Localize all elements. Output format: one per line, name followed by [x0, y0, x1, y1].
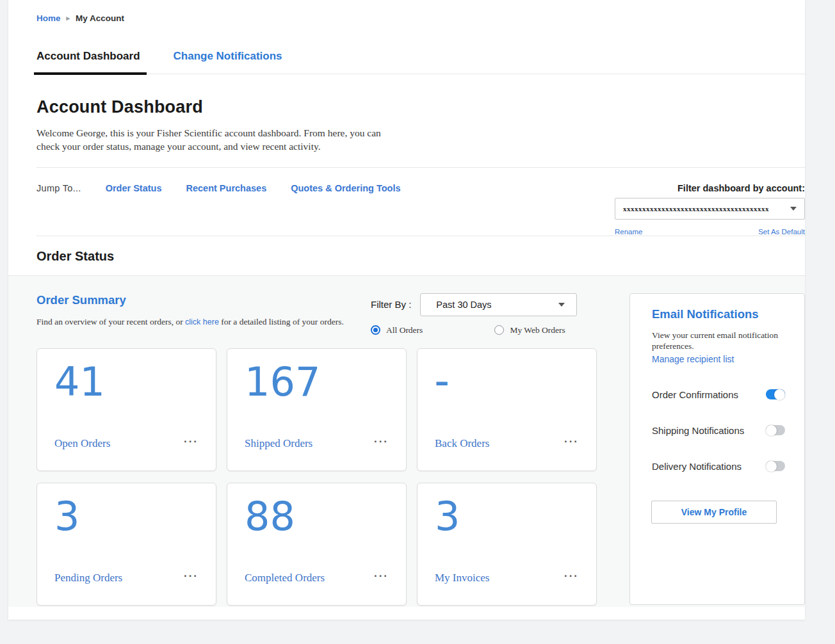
card-my-invoices: 3 My Invoices ··· — [417, 483, 597, 606]
chevron-down-icon — [790, 207, 797, 211]
account-select[interactable]: xxxxxxxxxxxxxxxxxxxxxxxxxxxxxxxxxxxxxx — [615, 198, 805, 220]
radio-my-web-orders-label: My Web Orders — [510, 325, 565, 335]
order-confirmations-toggle[interactable] — [766, 389, 785, 399]
jump-to-label: Jump To... — [36, 183, 81, 193]
jump-to-nav: Jump To... Order Status Recent Purchases… — [36, 183, 401, 193]
card-menu-icon[interactable]: ··· — [374, 439, 389, 449]
radio-all-orders-label: All Orders — [386, 325, 423, 335]
view-my-profile-button[interactable]: View My Profile — [651, 501, 777, 524]
shipping-notifications-toggle[interactable] — [766, 425, 785, 435]
shipping-notifications-label: Shipping Notifications — [652, 425, 744, 436]
jump-filter-row: Jump To... Order Status Recent Purchases… — [36, 168, 805, 236]
jump-link-order-status[interactable]: Order Status — [106, 183, 162, 193]
orders-filter-group: Filter By : Past 30 Days All Orders — [371, 293, 597, 348]
order-status-section: Order Summary Find an overview of your r… — [8, 275, 805, 607]
card-value: 41 — [54, 359, 199, 405]
breadcrumb-current: My Account — [76, 13, 124, 23]
order-summary-heading: Order Summary — [36, 293, 344, 307]
filter-by-row: Filter By : Past 30 Days — [371, 293, 597, 316]
card-shipped-orders: 167 Shipped Orders ··· — [227, 348, 407, 471]
delivery-notifications-label: Delivery Notifications — [652, 461, 742, 472]
card-value: 167 — [245, 359, 389, 405]
toggle-row-shipping-notifications: Shipping Notifications — [652, 425, 785, 436]
order-status-heading: Order Status — [36, 236, 805, 275]
radio-all-orders[interactable]: All Orders — [371, 325, 423, 335]
order-confirmations-label: Order Confirmations — [652, 389, 738, 400]
summary-text-after: for a detailed listing of your orders. — [219, 317, 344, 326]
account-links: Rename Set As Default — [615, 228, 805, 236]
account-select-value: xxxxxxxxxxxxxxxxxxxxxxxxxxxxxxxxxxxxxx — [623, 205, 769, 213]
breadcrumb-chevron-icon: ▸ — [67, 14, 70, 22]
card-menu-icon[interactable]: ··· — [184, 439, 199, 449]
order-cards-grid: 41 Open Orders ··· 167 Shipped Orders ··… — [36, 348, 597, 606]
card-menu-icon[interactable]: ··· — [184, 574, 199, 583]
jump-link-recent-purchases[interactable]: Recent Purchases — [186, 183, 266, 193]
toggle-row-order-confirmations: Order Confirmations — [652, 389, 785, 400]
filter-by-label: Filter By : — [371, 299, 411, 310]
rename-link[interactable]: Rename — [615, 228, 642, 236]
breadcrumb-home-link[interactable]: Home — [36, 13, 61, 23]
tab-change-notifications[interactable]: Change Notifications — [174, 45, 282, 74]
email-notifications-heading: Email Notifications — [652, 307, 785, 321]
card-open-orders: 41 Open Orders ··· — [36, 348, 216, 471]
page-container: Home ▸ My Account Account Dashboard Chan… — [8, 0, 805, 620]
card-value: 3 — [54, 494, 199, 539]
radio-my-web-orders[interactable]: My Web Orders — [494, 325, 565, 335]
email-notifications-panel: Email Notifications View your current em… — [629, 293, 805, 605]
tab-account-dashboard[interactable]: Account Dashboard — [36, 45, 140, 74]
manage-recipient-list-link[interactable]: Manage recipient list — [652, 354, 785, 364]
toggle-row-delivery-notifications: Delivery Notifications — [652, 461, 785, 472]
delivery-notifications-toggle[interactable] — [766, 461, 785, 471]
shipped-orders-link[interactable]: Shipped Orders — [245, 437, 312, 450]
email-notifications-description: View your current email notification pre… — [652, 330, 780, 352]
card-menu-icon[interactable]: ··· — [564, 574, 579, 583]
toggle-knob — [774, 389, 785, 400]
my-invoices-link[interactable]: My Invoices — [435, 572, 489, 584]
welcome-text: Welcome George, this is your Fisher Scie… — [36, 127, 395, 154]
date-range-select[interactable]: Past 30 Days — [420, 293, 577, 316]
card-completed-orders: 88 Completed Orders ··· — [227, 483, 407, 606]
chevron-down-icon — [558, 303, 565, 307]
tab-bar: Account Dashboard Change Notifications — [36, 45, 805, 74]
date-range-value: Past 30 Days — [436, 300, 491, 310]
set-as-default-link[interactable]: Set As Default — [758, 228, 805, 236]
card-value: – — [435, 359, 579, 404]
jump-link-quotes-ordering-tools[interactable]: Quotes & Ordering Tools — [291, 183, 400, 193]
order-summary-header: Order Summary Find an overview of your r… — [36, 293, 597, 348]
summary-text-before: Find an overview of your recent orders, … — [36, 317, 185, 326]
radio-icon — [494, 325, 504, 335]
card-pending-orders: 3 Pending Orders ··· — [36, 483, 216, 606]
open-orders-link[interactable]: Open Orders — [54, 437, 110, 450]
card-back-orders: – Back Orders ··· — [417, 348, 597, 471]
breadcrumb: Home ▸ My Account — [36, 0, 805, 23]
order-summary-column: Order Summary Find an overview of your r… — [36, 293, 597, 607]
click-here-link[interactable]: click here — [185, 318, 219, 326]
radio-icon — [371, 325, 380, 335]
toggle-knob — [766, 461, 777, 472]
card-menu-icon[interactable]: ··· — [564, 439, 579, 449]
pending-orders-link[interactable]: Pending Orders — [54, 572, 122, 584]
account-filter: Filter dashboard by account: xxxxxxxxxxx… — [615, 183, 805, 236]
back-orders-link[interactable]: Back Orders — [435, 437, 489, 450]
card-menu-icon[interactable]: ··· — [374, 574, 389, 583]
toggle-knob — [766, 425, 777, 436]
card-value: 3 — [435, 494, 579, 539]
order-type-radios: All Orders My Web Orders — [371, 325, 597, 335]
order-summary-intro: Order Summary Find an overview of your r… — [36, 293, 344, 348]
order-summary-text: Find an overview of your recent orders, … — [36, 317, 344, 327]
completed-orders-link[interactable]: Completed Orders — [245, 572, 325, 584]
card-value: 88 — [245, 494, 389, 539]
page-title: Account Dashboard — [36, 97, 805, 117]
account-filter-label: Filter dashboard by account: — [615, 183, 805, 193]
